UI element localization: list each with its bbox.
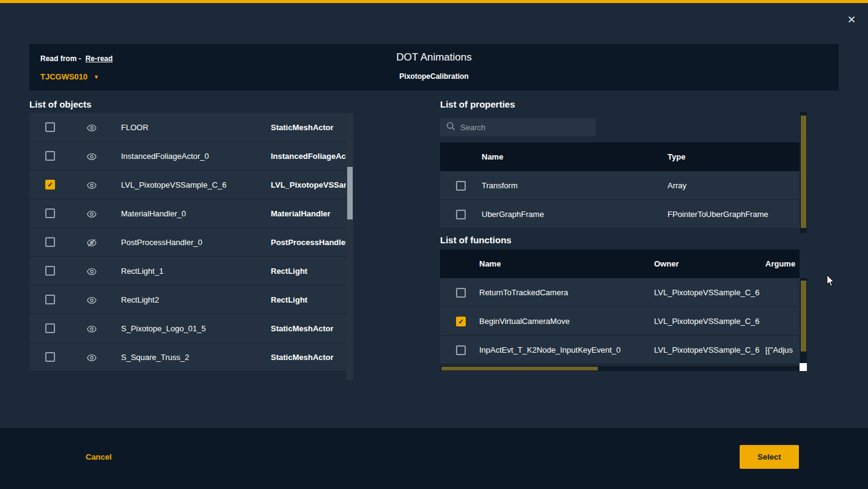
table-row[interactable]: InstancedFoliageActor_0 InstancedFoliage… — [29, 142, 353, 171]
table-row[interactable]: S_Square_Truss_2 StaticMeshActor — [29, 343, 353, 372]
checkbox[interactable] — [456, 345, 466, 355]
eye-icon[interactable] — [87, 267, 97, 278]
checkbox-checked[interactable]: ✓ — [45, 180, 55, 189]
object-type: StaticMeshActor — [271, 113, 346, 142]
table-row[interactable]: ✓ BeginVirtualCameraMove LVL_PixotopeVSS… — [440, 307, 800, 336]
table-row[interactable]: PostProcessHandler_0 PostProcessHandler — [29, 228, 353, 257]
object-name: LVL_PixotopeVSSample_C_6 — [121, 171, 227, 199]
checkbox-checked[interactable]: ✓ — [456, 317, 466, 326]
eye-off-icon[interactable] — [87, 238, 97, 249]
search-box[interactable] — [440, 118, 595, 136]
function-owner: LVL_PixotopeVSSample_C_6 — [654, 307, 760, 336]
functions-horizontal-scrollbar[interactable] — [440, 366, 800, 371]
table-row[interactable]: S_Pixotope_Logo_01_5 StaticMeshActor — [29, 314, 353, 343]
object-type: PostProcessHandler — [271, 228, 346, 257]
scrollbar-corner — [800, 363, 807, 371]
column-header-arguments: Argume — [765, 249, 796, 278]
checkbox[interactable] — [45, 208, 55, 218]
checkbox[interactable] — [45, 122, 55, 132]
column-header-type: Type — [668, 142, 685, 171]
table-row[interactable]: UberGraphFrame FPointerToUberGraphFrame — [440, 200, 800, 229]
column-header-name: Name — [479, 249, 501, 278]
property-type: FPointerToUberGraphFrame — [668, 200, 768, 229]
object-name: MaterialHandler_0 — [121, 199, 186, 228]
object-type: RectLight — [271, 285, 346, 314]
properties-table: Name Type Transform Array UberGraphFrame… — [440, 142, 800, 229]
accent-top-bar — [0, 0, 868, 3]
properties-scrollbar-thumb[interactable] — [801, 116, 806, 228]
table-row[interactable]: FLOOR StaticMeshActor — [29, 113, 353, 142]
property-type: Array — [668, 171, 686, 200]
functions-scrollbar[interactable] — [800, 278, 807, 364]
object-name: S_Square_Truss_2 — [121, 343, 189, 372]
function-arguments: [{"Adjus — [765, 336, 796, 364]
search-icon — [446, 122, 455, 133]
eye-icon[interactable] — [87, 325, 97, 336]
function-owner: LVL_PixotopeVSSample_C_6 — [654, 278, 760, 307]
object-type: MaterialHandler — [271, 199, 346, 228]
object-type: RectLight — [271, 257, 346, 285]
object-name: S_Pixotope_Logo_01_5 — [121, 314, 206, 343]
checkbox[interactable] — [45, 151, 55, 161]
table-row[interactable]: Transform Array — [440, 171, 800, 200]
eye-icon[interactable] — [87, 152, 97, 163]
object-type: StaticMeshActor — [271, 314, 346, 343]
mouse-cursor — [826, 275, 835, 290]
table-row[interactable]: ✓ LVL_PixotopeVSSample_C_6 LVL_PixotopeV… — [29, 171, 353, 199]
properties-heading: List of properties — [440, 99, 515, 109]
checkbox[interactable] — [45, 295, 55, 304]
objects-heading: List of objects — [29, 99, 92, 109]
functions-table: Name Owner Argume ReturnToTrackedCamera … — [440, 249, 800, 364]
checkbox[interactable] — [45, 266, 55, 276]
object-type: StaticMeshActor — [271, 343, 346, 372]
table-row[interactable]: RectLight2 RectLight — [29, 285, 353, 314]
checkbox[interactable] — [45, 237, 55, 247]
object-name: PostProcessHandler_0 — [121, 228, 202, 257]
select-button[interactable]: Select — [740, 445, 799, 469]
object-name: RectLight2 — [121, 285, 159, 314]
eye-icon[interactable] — [87, 353, 97, 364]
dialog-footer: Cancel Select — [0, 428, 868, 489]
dialog-title: DOT Animations — [29, 51, 839, 64]
property-name: UberGraphFrame — [482, 200, 544, 229]
table-row[interactable]: InpActEvt_T_K2Node_InputKeyEvent_0 LVL_P… — [440, 336, 800, 364]
checkbox[interactable] — [45, 323, 55, 333]
function-name: InpActEvt_T_K2Node_InputKeyEvent_0 — [479, 336, 620, 364]
properties-table-header: Name Type — [440, 142, 800, 171]
objects-scrollbar[interactable] — [347, 113, 353, 380]
object-name: FLOOR — [121, 113, 149, 142]
properties-scrollbar[interactable] — [800, 112, 807, 233]
checkbox[interactable] — [456, 288, 466, 298]
eye-icon[interactable] — [87, 296, 97, 307]
functions-table-header: Name Owner Argume — [440, 249, 800, 278]
dialog-header: Read from -Re-read TJCGWS010 ▼ DOT Anima… — [29, 44, 839, 90]
functions-scrollbar-thumb[interactable] — [801, 281, 806, 351]
eye-icon[interactable] — [87, 181, 97, 192]
property-name: Transform — [482, 171, 518, 200]
object-name: InstancedFoliageActor_0 — [121, 142, 209, 171]
checkbox[interactable] — [456, 210, 466, 219]
objects-scrollbar-thumb[interactable] — [347, 167, 353, 219]
object-type: LVL_PixotopeVSSan — [271, 171, 346, 199]
search-input[interactable] — [460, 123, 583, 132]
column-header-name: Name — [482, 142, 503, 171]
eye-icon[interactable] — [87, 123, 97, 134]
table-row[interactable]: ReturnToTrackedCamera LVL_PixotopeVSSamp… — [440, 278, 800, 307]
object-name: RectLight_1 — [121, 257, 163, 285]
objects-list: FLOOR StaticMeshActor InstancedFoliageAc… — [29, 113, 353, 380]
table-row[interactable]: MaterialHandler_0 MaterialHandler — [29, 199, 353, 228]
checkbox[interactable] — [456, 181, 466, 191]
function-owner: LVL_PixotopeVSSample_C_6 — [654, 336, 760, 364]
column-header-owner: Owner — [654, 249, 679, 278]
close-icon[interactable]: ✕ — [845, 13, 858, 27]
functions-horizontal-scrollbar-thumb[interactable] — [441, 367, 598, 370]
function-name: ReturnToTrackedCamera — [479, 278, 568, 307]
dialog-subtitle: PixotopeCalibration — [29, 72, 839, 81]
cancel-button[interactable]: Cancel — [86, 452, 112, 461]
object-type: InstancedFoliageAc — [271, 142, 346, 171]
eye-icon[interactable] — [87, 210, 97, 221]
function-name: BeginVirtualCameraMove — [479, 307, 570, 336]
table-row[interactable]: RectLight_1 RectLight — [29, 257, 353, 285]
checkbox[interactable] — [45, 352, 55, 362]
functions-heading: List of functions — [440, 235, 512, 245]
